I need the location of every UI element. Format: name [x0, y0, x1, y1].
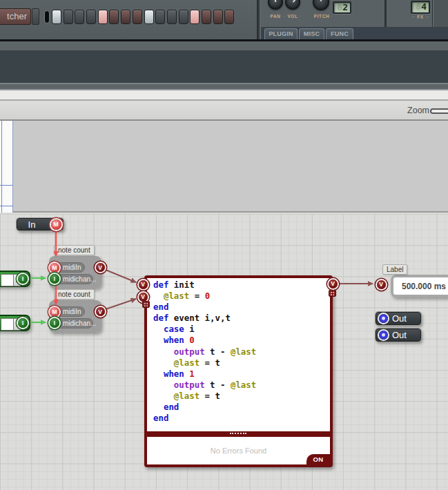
code-line: end: [153, 302, 330, 313]
value-in-port[interactable]: V: [139, 293, 148, 302]
lcd-ghost-digit: 8: [416, 1, 421, 12]
channel-button[interactable]: [109, 10, 119, 24]
window-caption[interactable]: tcher: [0, 8, 31, 25]
band-light: [0, 90, 448, 99]
fx-display[interactable]: 84: [411, 1, 430, 14]
midi-port[interactable]: M: [50, 307, 59, 317]
midi-port[interactable]: M: [50, 263, 59, 273]
int-value-field[interactable]: [1, 274, 14, 286]
port-letter: V: [141, 281, 145, 288]
value-out-port[interactable]: V: [329, 280, 338, 288]
channel-button[interactable]: [86, 10, 96, 24]
int-port[interactable]: I: [50, 318, 59, 328]
patcher-toolbar: Zoom: [0, 101, 448, 119]
label-value[interactable]: 500.000 ms: [393, 277, 448, 295]
port-letter: M: [53, 221, 59, 228]
channel-buttons: [52, 10, 234, 25]
strip-line: [0, 185, 13, 186]
band-gray: [0, 41, 448, 50]
code-line: @last = t: [153, 357, 330, 369]
splitter-handle-icon[interactable]: [230, 433, 246, 434]
code-line: when 1: [153, 369, 330, 380]
port-grid-icon[interactable]: [142, 301, 150, 308]
out-node-label: Out: [392, 330, 407, 340]
channel-button[interactable]: [52, 10, 61, 24]
code-text[interactable]: def init @last = 0enddef event i,v,t cas…: [147, 278, 330, 431]
channel-button[interactable]: [224, 10, 234, 24]
label-node[interactable]: 500.000 ms: [391, 275, 448, 297]
channel-button[interactable]: [179, 10, 188, 24]
tab-band: PLUGIN MISC FUNC: [261, 27, 448, 39]
port-letter: I: [22, 320, 24, 326]
out-port[interactable]: [379, 331, 388, 340]
int-value-field[interactable]: [1, 318, 14, 331]
left-edge-strip: [0, 121, 13, 213]
node-title[interactable]: note count: [54, 289, 95, 300]
code-node[interactable]: def init @last = 0enddef event i,v,t cas…: [144, 275, 333, 467]
pitch-display[interactable]: 82: [333, 1, 351, 14]
zoom-slider[interactable]: [430, 108, 448, 114]
midi-port[interactable]: M: [51, 219, 61, 230]
port-letter: V: [98, 264, 102, 271]
port-letter: V: [331, 280, 335, 287]
led-indicator: [44, 10, 50, 23]
panel-divider: [384, 0, 388, 27]
channel-button[interactable]: [202, 10, 211, 24]
out-node-label: Out: [392, 313, 407, 324]
node-title[interactable]: Label: [382, 264, 407, 275]
port-letter: I: [54, 320, 55, 326]
pitch-label: PITCH: [309, 14, 334, 19]
channel-button[interactable]: [64, 10, 73, 24]
port-letter: V: [379, 281, 383, 288]
error-status-text: No Errors Found: [211, 447, 266, 455]
channel-button[interactable]: [155, 10, 165, 24]
band-dark: [0, 50, 448, 83]
channel-button[interactable]: [190, 10, 199, 24]
channel-button[interactable]: [213, 10, 223, 24]
code-line: case i: [153, 324, 330, 335]
zoom-label: Zoom: [407, 106, 429, 115]
node-title[interactable]: note count: [54, 245, 95, 255]
code-line: output t - @last: [153, 380, 330, 391]
channel-button[interactable]: [133, 10, 142, 24]
channel-settings-bar: tcher PAN VOL PITCH 82 84 FX PLUGIN MISC…: [0, 0, 448, 39]
strip-line: [0, 206, 13, 206]
pitch-value: 2: [342, 2, 348, 12]
error-status: No Errors Found: [147, 437, 330, 464]
int-port[interactable]: I: [18, 318, 28, 328]
lcd-ghost-digit: 8: [337, 2, 342, 12]
code-line: def event i,v,t: [153, 313, 330, 324]
code-line: @last = t: [153, 391, 330, 402]
patcher-window: tcher PAN VOL PITCH 82 84 FX PLUGIN MISC…: [0, 0, 448, 490]
in-node-label: In: [28, 219, 36, 230]
power-on-button[interactable]: ON: [306, 454, 330, 464]
port-grid-icon[interactable]: [329, 290, 336, 297]
vol-label: VOL: [282, 14, 303, 19]
code-line: @last = 0: [153, 291, 330, 302]
blank-panel: [0, 121, 448, 213]
port-letter: I: [22, 275, 24, 282]
out-port[interactable]: [379, 314, 388, 323]
strip-line: [1, 121, 2, 213]
window-caption-endcap: [32, 8, 39, 25]
value-out-port[interactable]: V: [96, 307, 105, 316]
value-in-port[interactable]: V: [139, 280, 148, 289]
fx-value: 4: [421, 1, 427, 12]
int-port[interactable]: I: [18, 274, 28, 284]
channel-button[interactable]: [75, 10, 84, 24]
channel-button[interactable]: [167, 10, 177, 24]
value-out-port[interactable]: V: [96, 263, 105, 272]
port-letter: V: [98, 308, 102, 315]
port-letter: M: [52, 264, 57, 271]
int-port[interactable]: I: [50, 274, 59, 284]
port-letter: I: [54, 275, 55, 282]
code-line: when 0: [153, 335, 330, 346]
value-in-port[interactable]: V: [377, 280, 386, 289]
channel-button[interactable]: [144, 10, 154, 24]
panel-right-edge: [432, 0, 448, 27]
code-line: end: [153, 402, 330, 413]
channel-button[interactable]: [98, 10, 108, 24]
band-gray: [0, 84, 448, 89]
channel-button[interactable]: [121, 10, 130, 24]
code-line: output t - @last: [153, 346, 330, 357]
